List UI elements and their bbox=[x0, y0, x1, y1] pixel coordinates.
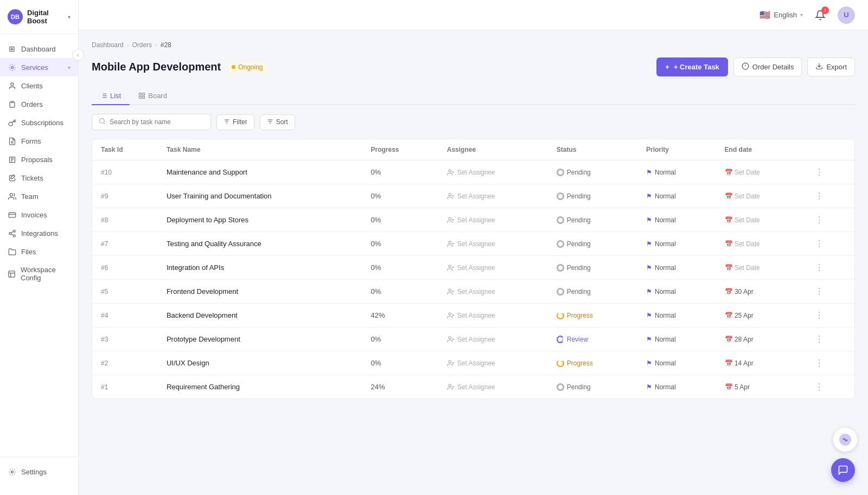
sort-button[interactable]: Sort bbox=[260, 114, 295, 130]
language-label: English bbox=[774, 11, 797, 19]
more-options-button[interactable]: ⋮ bbox=[813, 168, 826, 177]
svg-line-11 bbox=[11, 232, 13, 233]
set-date-button[interactable]: 📅 Set Date bbox=[725, 264, 760, 272]
set-date-button[interactable]: 📅 Set Date bbox=[725, 216, 760, 224]
user-avatar[interactable]: U bbox=[838, 7, 855, 24]
sidebar-item-settings-label: Settings bbox=[21, 468, 47, 476]
svg-rect-26 bbox=[143, 97, 145, 99]
tab-board[interactable]: Board bbox=[130, 87, 176, 105]
svg-point-63 bbox=[558, 313, 563, 317]
team-icon bbox=[8, 192, 16, 201]
task-more[interactable]: ⋮ bbox=[804, 375, 854, 399]
task-assignee[interactable]: Set Assignee bbox=[438, 280, 548, 304]
search-box[interactable] bbox=[92, 114, 211, 130]
task-status: Pending bbox=[548, 256, 637, 280]
more-options-button[interactable]: ⋮ bbox=[813, 335, 826, 344]
sidebar-item-tickets[interactable]: Tickets bbox=[0, 169, 78, 187]
task-assignee[interactable]: Set Assignee bbox=[438, 351, 548, 375]
priority-text: Normal bbox=[655, 336, 676, 343]
export-button[interactable]: Export bbox=[807, 57, 855, 76]
task-assignee[interactable]: Set Assignee bbox=[438, 375, 548, 399]
task-assignee[interactable]: Set Assignee bbox=[438, 256, 548, 280]
chat-button[interactable] bbox=[831, 458, 855, 482]
sidebar-item-subscriptions[interactable]: Subscriptions bbox=[0, 113, 78, 132]
more-options-button[interactable]: ⋮ bbox=[813, 382, 826, 391]
page-title: Mobile App Development bbox=[92, 61, 221, 73]
status-text: Pending bbox=[567, 264, 591, 272]
order-details-button[interactable]: Order Details bbox=[733, 57, 802, 76]
sidebar-item-orders[interactable]: Orders bbox=[0, 95, 78, 113]
create-task-button[interactable]: + + Create Task bbox=[656, 57, 728, 76]
task-more[interactable]: ⋮ bbox=[804, 351, 854, 375]
priority-text: Normal bbox=[655, 359, 676, 367]
task-assignee[interactable]: Set Assignee bbox=[438, 160, 548, 184]
svg-point-48 bbox=[449, 241, 451, 243]
task-status: Pending bbox=[548, 375, 637, 399]
more-options-button[interactable]: ⋮ bbox=[813, 287, 826, 296]
sidebar-label: Dashboard bbox=[21, 45, 56, 53]
task-more[interactable]: ⋮ bbox=[804, 184, 854, 208]
sidebar-item-invoices[interactable]: Invoices bbox=[0, 205, 78, 224]
filter-button[interactable]: Filter bbox=[216, 114, 254, 130]
sidebar-item-services[interactable]: Services ▾ bbox=[0, 58, 78, 76]
sidebar-item-dashboard[interactable]: ⊞ Dashboard bbox=[0, 40, 78, 58]
svg-point-59 bbox=[558, 289, 563, 293]
more-options-button[interactable]: ⋮ bbox=[813, 239, 826, 248]
sidebar-item-files[interactable]: Files bbox=[0, 242, 78, 261]
task-assignee[interactable]: Set Assignee bbox=[438, 327, 548, 351]
task-more[interactable]: ⋮ bbox=[804, 280, 854, 304]
task-assignee[interactable]: Set Assignee bbox=[438, 184, 548, 208]
sidebar-item-workspace-config[interactable]: Workspace Config bbox=[0, 261, 78, 287]
sidebar-item-integrations[interactable]: Integrations bbox=[0, 224, 78, 242]
task-more[interactable]: ⋮ bbox=[804, 327, 854, 351]
ai-assistant-button[interactable] bbox=[833, 428, 857, 452]
task-more[interactable]: ⋮ bbox=[804, 256, 854, 280]
more-options-button[interactable]: ⋮ bbox=[813, 191, 826, 201]
sidebar-item-team[interactable]: Team bbox=[0, 187, 78, 205]
more-options-button[interactable]: ⋮ bbox=[813, 311, 826, 320]
breadcrumb-orders[interactable]: Orders bbox=[132, 41, 152, 49]
sidebar-item-settings[interactable]: Settings bbox=[0, 462, 78, 481]
language-selector[interactable]: 🇺🇸 English ▾ bbox=[760, 10, 803, 20]
collapse-sidebar-button[interactable]: ‹ bbox=[72, 49, 84, 61]
task-assignee[interactable]: Set Assignee bbox=[438, 304, 548, 327]
sidebar-item-orders-label: Orders bbox=[21, 100, 43, 108]
notifications-button[interactable]: 1 bbox=[812, 7, 829, 24]
breadcrumb-dashboard[interactable]: Dashboard bbox=[92, 41, 124, 49]
set-date-button[interactable]: 📅 Set Date bbox=[725, 192, 760, 200]
search-input[interactable] bbox=[110, 118, 204, 126]
task-name: Prototype Development bbox=[158, 327, 362, 351]
task-assignee[interactable]: Set Assignee bbox=[438, 232, 548, 256]
sidebar-logo[interactable]: DB Digital Boost ▾ bbox=[0, 9, 78, 34]
task-id: #8 bbox=[92, 208, 158, 232]
task-id: #3 bbox=[92, 327, 158, 351]
notification-badge: 1 bbox=[821, 7, 829, 14]
more-options-button[interactable]: ⋮ bbox=[813, 263, 826, 272]
sidebar-item-clients[interactable]: Clients bbox=[0, 76, 78, 95]
svg-line-10 bbox=[11, 234, 13, 235]
task-assignee[interactable]: Set Assignee bbox=[438, 208, 548, 232]
clients-icon bbox=[8, 81, 16, 90]
more-options-button[interactable]: ⋮ bbox=[813, 358, 826, 368]
task-priority: ⚑ Normal bbox=[637, 351, 716, 375]
task-status: Pending bbox=[548, 160, 637, 184]
more-options-button[interactable]: ⋮ bbox=[813, 215, 826, 224]
task-more[interactable]: ⋮ bbox=[804, 304, 854, 327]
task-more[interactable]: ⋮ bbox=[804, 232, 854, 256]
set-date-button[interactable]: 📅 Set Date bbox=[725, 240, 760, 248]
table-row: #2 UI/UX Design 0% Set Assignee Progress… bbox=[92, 351, 854, 375]
sidebar-item-proposals[interactable]: Proposals bbox=[0, 150, 78, 169]
task-more[interactable]: ⋮ bbox=[804, 160, 854, 184]
tasks-table: Task Id Task Name Progress Assignee Stat… bbox=[92, 139, 855, 399]
task-more[interactable]: ⋮ bbox=[804, 208, 854, 232]
status-text: Pending bbox=[567, 169, 591, 176]
task-end-date: 📅 Set Date bbox=[716, 160, 804, 184]
task-progress: 0% bbox=[362, 232, 438, 256]
tab-list[interactable]: List bbox=[92, 87, 130, 105]
task-progress: 0% bbox=[362, 327, 438, 351]
col-actions bbox=[804, 139, 854, 160]
table-row: #8 Deployment to App Stores 0% Set Assig… bbox=[92, 208, 854, 232]
task-status: Progress bbox=[548, 304, 637, 327]
sidebar-item-forms[interactable]: Forms bbox=[0, 132, 78, 150]
set-date-button[interactable]: 📅 Set Date bbox=[725, 169, 760, 176]
